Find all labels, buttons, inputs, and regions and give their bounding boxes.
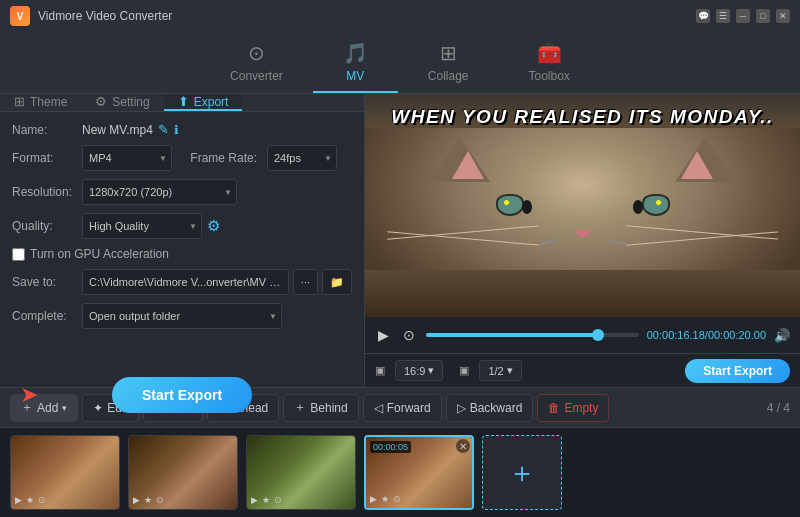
format-select[interactable]: MP4 AVI MOV [82,145,172,171]
converter-label: Converter [230,69,283,83]
tab-mv[interactable]: 🎵 MV [313,33,398,93]
resolution-row: Resolution: 1280x720 (720p) 1920x1080 (1… [12,179,352,205]
aspect-ratio-value: 16:9 [404,365,425,377]
red-arrow-icon: ➤ [20,382,38,408]
time-display: 00:00:16.18/00:00:20.00 [647,329,766,341]
gpu-checkbox[interactable] [12,248,25,261]
page-btn[interactable]: 1/2 ▾ [479,360,521,381]
controls-row2: ▣ 16:9 ▾ ▣ 1/2 ▾ Start Export [365,353,800,387]
play-btn[interactable]: ▶ [375,324,392,346]
panel-tab-setting[interactable]: ⚙ Setting [81,94,163,111]
main-content: ⊞ Theme ⚙ Setting ⬆ Export Name: New MV.… [0,94,800,387]
save-row: Save to: ··· 📁 [12,269,352,295]
resolution-label: Resolution: [12,185,82,199]
video-container: WHEN YOU REALISED ITS MONDAY.. [365,94,800,317]
quality-settings-icon[interactable]: ⚙ [207,217,220,235]
gpu-label[interactable]: Turn on GPU Acceleration [30,247,169,261]
backward-label: Backward [470,401,523,415]
empty-btn[interactable]: 🗑 Empty [537,394,609,422]
forward-icon: ◁ [374,401,383,415]
resolution-indicator: ▣ [375,364,385,377]
export-form: Name: New MV.mp4 ✎ ℹ Format: MP4 AVI MOV [0,112,364,347]
close-btn[interactable]: ✕ [776,9,790,23]
framerate-select[interactable]: 24fps 30fps 60fps [267,145,337,171]
tab-toolbox[interactable]: 🧰 Toolbox [499,33,600,93]
stop-btn[interactable]: ⊙ [400,324,418,346]
add-thumbnail-btn[interactable]: ＋ [482,435,562,510]
thumbnail-4[interactable]: 00:00:05 ✕ ▶ ★ ⊙ [364,435,474,510]
thumb-close-4[interactable]: ✕ [456,439,470,453]
page-value: 1/2 [488,365,503,377]
thumb-clock-icon-4: ⊙ [393,494,401,504]
format-row: Format: MP4 AVI MOV Frame Rate: 24fps 3 [12,145,352,171]
browse-folder-btn[interactable]: 📁 [322,269,352,295]
save-label: Save to: [12,275,82,289]
tab-converter[interactable]: ⊙ Converter [200,33,313,93]
panel-tabs: ⊞ Theme ⚙ Setting ⬆ Export [0,94,364,112]
toolbox-icon: 🧰 [537,41,562,65]
add-thumbnail-icon: ＋ [508,454,536,492]
panel-tab-export[interactable]: ⬆ Export [164,94,243,111]
start-export-area: ➤ Start Export [0,357,364,433]
info-icon[interactable]: ℹ [174,123,179,137]
panel-tab-theme[interactable]: ⊞ Theme [0,94,81,111]
resolution-select[interactable]: 1280x720 (720p) 1920x1080 (1080p) 640x48… [82,179,237,205]
chat-btn[interactable]: 💬 [696,9,710,23]
progress-fill [426,333,596,337]
arrow-indicator: ➤ [20,382,40,408]
browse-dots-btn[interactable]: ··· [293,269,318,295]
title-bar: V Vidmore Video Converter 💬 ☰ ─ □ ✕ [0,0,800,32]
progress-knob[interactable] [592,329,604,341]
export-icon: ⬆ [178,94,189,109]
theme-label: Theme [30,95,67,109]
framerate-label: Frame Rate: [177,151,257,165]
edit-name-icon[interactable]: ✎ [158,122,169,137]
menu-btn[interactable]: ☰ [716,9,730,23]
collage-label: Collage [428,69,469,83]
aspect-ratio-btn[interactable]: 16:9 ▾ [395,360,443,381]
toolbox-label: Toolbox [529,69,570,83]
thumb-time-4: 00:00:05 [370,441,411,453]
thumbnail-3[interactable]: ▶ ★ ⊙ [246,435,356,510]
trash-icon: 🗑 [548,401,560,415]
backward-btn[interactable]: ▷ Backward [446,394,534,422]
thumb-clock-icon-1: ⊙ [38,495,46,505]
progress-bar[interactable] [426,333,639,337]
player-controls: ▶ ⊙ 00:00:16.18/00:00:20.00 🔊 [365,317,800,353]
name-value: New MV.mp4 [82,123,153,137]
mv-label: MV [346,69,364,83]
nav-tabs: ⊙ Converter 🎵 MV ⊞ Collage 🧰 Toolbox [0,32,800,94]
forward-btn[interactable]: ◁ Forward [363,394,442,422]
thumbnail-1[interactable]: ▶ ★ ⊙ [10,435,120,510]
format-label: Format: [12,151,82,165]
converter-icon: ⊙ [248,41,265,65]
complete-select[interactable]: Open output folder Do nothing [82,303,282,329]
thumb-clock-icon-3: ⊙ [274,495,282,505]
collage-icon: ⊞ [440,41,457,65]
right-section: WHEN YOU REALISED ITS MONDAY.. [365,94,800,387]
left-panel: ⊞ Theme ⚙ Setting ⬆ Export Name: New MV.… [0,94,365,387]
thumb-star-icon-4: ★ [381,494,389,504]
start-export-small-btn[interactable]: Start Export [685,359,790,383]
thumb-star-icon-3: ★ [262,495,270,505]
theme-icon: ⊞ [14,94,25,109]
complete-label: Complete: [12,309,82,323]
save-path-input[interactable] [82,269,289,295]
start-export-button[interactable]: Start Export [112,377,252,413]
app-icon: V [10,6,30,26]
minimize-btn[interactable]: ─ [736,9,750,23]
name-label: Name: [12,123,82,137]
volume-icon[interactable]: 🔊 [774,328,790,343]
thumbnail-2[interactable]: ▶ ★ ⊙ [128,435,238,510]
thumb-play-icon-1: ▶ [15,495,22,505]
thumb-clock-icon-2: ⊙ [156,495,164,505]
meme-text: WHEN YOU REALISED ITS MONDAY.. [365,94,800,128]
forward-label: Forward [387,401,431,415]
quality-select[interactable]: High Quality Medium Quality Low Quality [82,213,202,239]
maximize-btn[interactable]: □ [756,9,770,23]
thumb-star-icon-2: ★ [144,495,152,505]
page-indicator-icon: ▣ [459,364,469,377]
tab-collage[interactable]: ⊞ Collage [398,33,499,93]
export-label: Export [194,95,229,109]
quality-label: Quality: [12,219,82,233]
